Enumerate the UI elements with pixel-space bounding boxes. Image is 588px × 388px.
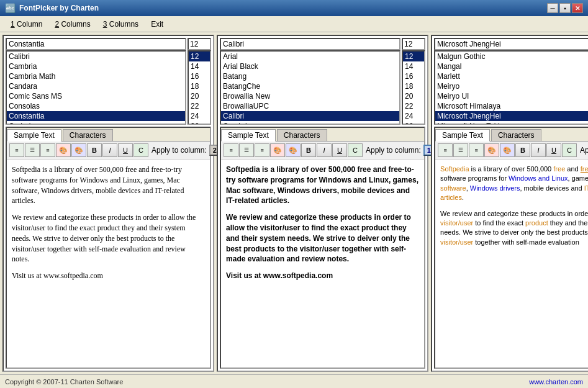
list-item[interactable]: 20 — [403, 91, 424, 101]
list-item[interactable]: Batang — [221, 71, 399, 81]
color2-btn-2[interactable]: 🎨 — [286, 143, 301, 157]
color-btn-2[interactable]: C — [348, 143, 363, 157]
align-left-btn-3[interactable]: ≡ — [438, 143, 453, 157]
list-item[interactable]: Cambria — [7, 61, 185, 71]
color2-btn-1[interactable]: 🎨 — [71, 143, 86, 157]
tab-sampletext-2[interactable]: Sample Text — [221, 129, 276, 142]
column-panel-1: Calibri Cambria Cambria Math Candara Com… — [2, 35, 214, 372]
list-item[interactable]: Comic Sans MS — [7, 91, 185, 101]
underline-btn-1[interactable]: U — [118, 143, 133, 157]
size-list-1[interactable]: 12 14 16 18 20 22 24 26 — [188, 50, 211, 125]
align-left-btn-1[interactable]: ≡ — [9, 143, 24, 157]
list-item[interactable]: Constantia — [7, 111, 185, 121]
list-item[interactable]: 18 — [189, 81, 210, 91]
font-list-2[interactable]: Arial Arial Black Batang BatangChe Browa… — [220, 50, 400, 125]
color-btn-1[interactable]: C — [133, 143, 148, 157]
list-item[interactable]: 22 — [403, 101, 424, 111]
align-left-btn-2[interactable]: ≡ — [224, 143, 238, 157]
list-item[interactable]: 22 — [189, 101, 210, 111]
align-center-btn-1[interactable]: ☰ — [25, 143, 40, 157]
size-list-2[interactable]: 12 14 16 18 20 22 24 26 — [402, 50, 425, 125]
font-name-input-1[interactable] — [6, 38, 186, 50]
list-item[interactable]: BatangChe — [221, 81, 399, 91]
sample-text-area-3[interactable]: Softpedia is a library of over 500,000 f… — [435, 160, 588, 368]
list-item[interactable]: 16 — [189, 71, 210, 81]
apply-label-3: Apply to column: — [580, 146, 588, 155]
font-size-input-1[interactable] — [188, 38, 211, 50]
align-center-btn-2[interactable]: ☰ — [239, 143, 254, 157]
align-right-btn-2[interactable]: ≡ — [255, 143, 269, 157]
font-name-input-2[interactable] — [220, 38, 400, 50]
list-item[interactable]: Mangal — [435, 61, 588, 71]
tab-characters-2[interactable]: Characters — [277, 129, 327, 141]
column-panel-2: Arial Arial Black Batang BatangChe Browa… — [217, 35, 428, 372]
menu-3columns[interactable]: 3 Columns — [97, 18, 144, 30]
tab-sampletext-1[interactable]: Sample Text — [7, 129, 61, 142]
list-item[interactable]: Malgun Gothic — [435, 52, 588, 61]
list-item[interactable]: Marlett — [435, 71, 588, 81]
app-title: FontPicker by Charten — [19, 4, 99, 12]
list-item[interactable]: 24 — [189, 111, 210, 121]
underline-btn-2[interactable]: U — [332, 143, 347, 157]
list-item[interactable]: 26 — [403, 121, 424, 125]
list-item[interactable]: Browallia New — [221, 91, 399, 101]
status-website[interactable]: www.charten.com — [529, 378, 583, 386]
menu-exit[interactable]: Exit — [145, 18, 169, 30]
italic-btn-1[interactable]: I — [102, 143, 117, 157]
bold-btn-3[interactable]: B — [515, 143, 530, 157]
list-item[interactable]: BrowalliaUPC — [221, 101, 399, 111]
list-item[interactable]: 12 — [403, 52, 424, 61]
list-item[interactable]: Arial Black — [221, 61, 399, 71]
underline-btn-3[interactable]: U — [546, 143, 561, 157]
align-right-btn-1[interactable]: ≡ — [40, 143, 55, 157]
color1-btn-1[interactable]: 🎨 — [56, 143, 71, 157]
font-size-input-2[interactable] — [402, 38, 425, 50]
list-item[interactable]: Microsoft Himalaya — [435, 101, 588, 111]
italic-btn-3[interactable]: I — [531, 143, 546, 157]
tab-sampletext-3[interactable]: Sample Text — [435, 129, 490, 142]
list-item[interactable]: Calibri — [221, 111, 399, 121]
font-list-1[interactable]: Calibri Cambria Cambria Math Candara Com… — [6, 50, 186, 125]
restore-button[interactable]: ▪ — [559, 3, 571, 13]
tab-characters-1[interactable]: Characters — [63, 129, 113, 141]
menu-1column[interactable]: 1 Column — [5, 18, 48, 30]
font-name-input-3[interactable] — [434, 38, 588, 50]
close-button[interactable]: ✕ — [572, 3, 583, 13]
sample-text-area-2[interactable]: Softpedia is a library of over 500,000 f… — [221, 160, 424, 368]
tab-characters-3[interactable]: Characters — [491, 129, 541, 141]
italic-btn-2[interactable]: I — [317, 143, 332, 157]
apply-label-1: Apply to column: — [152, 146, 207, 155]
list-item[interactable]: Consolas — [7, 101, 185, 111]
list-item[interactable]: 14 — [403, 61, 424, 71]
font-list-3[interactable]: Malgun Gothic Mangal Marlett Meiryo Meir… — [434, 50, 588, 125]
list-item[interactable]: 24 — [403, 111, 424, 121]
list-item[interactable]: 12 — [189, 52, 210, 61]
list-item[interactable]: Meiryo — [435, 81, 588, 91]
status-bar: Copyright © 2007-11 Charten Software www… — [0, 374, 588, 388]
align-right-btn-3[interactable]: ≡ — [469, 143, 484, 157]
list-item[interactable]: Corbel — [7, 121, 185, 125]
list-item[interactable]: Cambria Math — [7, 71, 185, 81]
list-item[interactable]: Candara — [7, 81, 185, 91]
color1-btn-2[interactable]: 🎨 — [270, 143, 285, 157]
bold-btn-1[interactable]: B — [87, 143, 102, 157]
list-item[interactable]: 18 — [403, 81, 424, 91]
color2-btn-3[interactable]: 🎨 — [500, 143, 515, 157]
list-item[interactable]: Arial — [221, 52, 399, 61]
align-center-btn-3[interactable]: ☰ — [453, 143, 468, 157]
sample-text-area-1[interactable]: Softpedia is a library of over 500,000 f… — [7, 160, 210, 368]
list-item[interactable]: 26 — [189, 121, 210, 125]
list-item[interactable]: 20 — [189, 91, 210, 101]
list-item[interactable]: 16 — [403, 71, 424, 81]
list-item[interactable]: Microsoft JhengHei — [435, 111, 588, 121]
minimize-button[interactable]: ─ — [547, 3, 558, 13]
color1-btn-3[interactable]: 🎨 — [484, 143, 499, 157]
list-item[interactable]: Microsoft New Tai Lue — [435, 121, 588, 125]
menu-2columns[interactable]: 2 Columns — [49, 18, 96, 30]
bold-btn-2[interactable]: B — [301, 143, 316, 157]
list-item[interactable]: Calibri — [7, 52, 185, 61]
list-item[interactable]: Cambria — [221, 121, 399, 125]
color-btn-3[interactable]: C — [562, 143, 577, 157]
list-item[interactable]: Meiryo UI — [435, 91, 588, 101]
list-item[interactable]: 14 — [189, 61, 210, 71]
